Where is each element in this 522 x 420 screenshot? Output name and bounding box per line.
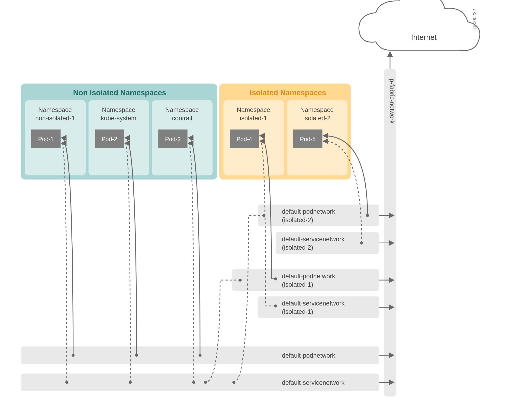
svg-text:default-servicenetwork: default-servicenetwork xyxy=(282,236,345,243)
svg-text:Namespace: Namespace xyxy=(38,106,72,113)
group-isolated-title: Isolated Namespaces xyxy=(250,89,326,97)
svg-text:Namespace: Namespace xyxy=(102,106,135,113)
svg-text:Pod-4: Pod-4 xyxy=(236,136,252,142)
net-iso2-svc: default-servicenetwork (isolated-2) xyxy=(276,232,393,254)
svg-text:default-podnetwork: default-podnetwork xyxy=(282,208,335,215)
svg-text:default-podnetwork: default-podnetwork xyxy=(282,273,335,280)
net-iso1-svc: default-servicenetwork (isolated-1) xyxy=(258,296,393,318)
svg-text:default-servicenetwork: default-servicenetwork xyxy=(282,379,345,386)
svg-text:kube-system: kube-system xyxy=(101,115,136,122)
svg-text:isolated-1: isolated-1 xyxy=(240,115,267,122)
svg-text:Pod-2: Pod-2 xyxy=(102,136,117,142)
namespace-isolated-1: Namespace isolated-1 Pod-4 xyxy=(223,100,284,175)
svg-text:Namespace: Namespace xyxy=(165,106,199,113)
svg-text:Namespace: Namespace xyxy=(237,106,270,113)
namespace-non-isolated-1: Namespace non-isolated-1 Pod-1 xyxy=(25,100,86,175)
svg-rect-33 xyxy=(258,296,379,318)
svg-text:Namespace: Namespace xyxy=(300,106,334,113)
namespace-contrail: Namespace contrail Pod-3 xyxy=(152,100,213,175)
namespace-kube-system: Namespace kube-system Pod-2 xyxy=(89,100,149,175)
svg-text:default-servicenetwork: default-servicenetwork xyxy=(282,300,345,307)
ip-fabric-label: ip-fabric-network xyxy=(389,77,396,124)
svg-text:Pod-1: Pod-1 xyxy=(38,136,54,142)
image-id: jn-000222 xyxy=(472,9,477,30)
svg-text:Pod-5: Pod-5 xyxy=(300,136,315,142)
internet-label: Internet xyxy=(411,33,437,41)
svg-text:isolated-2: isolated-2 xyxy=(303,115,330,122)
svg-text:Pod-3: Pod-3 xyxy=(165,136,181,142)
svg-text:(isolated-2): (isolated-2) xyxy=(282,217,313,224)
group-non-isolated-title: Non Isolated Namespaces xyxy=(73,89,166,97)
svg-text:(isolated-1): (isolated-1) xyxy=(282,281,313,288)
svg-text:(isolated-1): (isolated-1) xyxy=(282,308,313,315)
net-global-pod: default-podnetwork xyxy=(21,346,393,364)
svg-rect-21 xyxy=(258,205,379,226)
conn-iso1pod-globalsvc xyxy=(206,280,240,382)
svg-text:non-isolated-1: non-isolated-1 xyxy=(35,115,75,122)
svg-text:(isolated-2): (isolated-2) xyxy=(282,244,313,251)
net-iso1-pod: default-podnetwork (isolated-1) xyxy=(232,269,393,291)
svg-text:contrail: contrail xyxy=(172,115,192,122)
internet-cloud: Internet xyxy=(359,0,480,51)
net-iso2-pod: default-podnetwork (isolated-2) xyxy=(258,205,393,226)
net-global-svc: default-servicenetwork xyxy=(21,374,393,391)
namespace-isolated-2: Namespace isolated-2 Pod-5 xyxy=(287,100,347,175)
svg-text:default-podnetwork: default-podnetwork xyxy=(282,352,335,359)
